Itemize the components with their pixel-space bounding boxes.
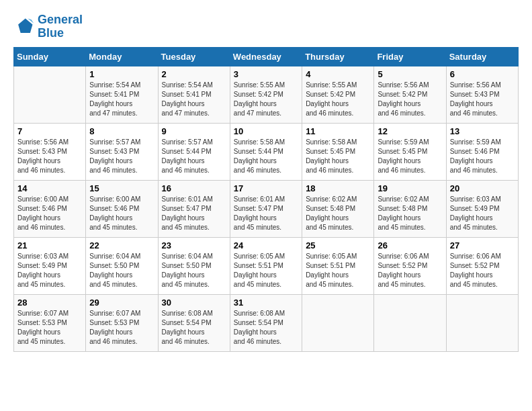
day-info: Sunrise: 6:06 AM Sunset: 5:52 PM Dayligh…: [378, 252, 442, 289]
day-info: Sunrise: 5:56 AM Sunset: 5:43 PM Dayligh…: [450, 81, 515, 118]
day-info: Sunrise: 5:56 AM Sunset: 5:42 PM Dayligh…: [378, 81, 442, 118]
day-info: Sunrise: 5:57 AM Sunset: 5:44 PM Dayligh…: [162, 138, 226, 175]
col-thursday: Thursday: [302, 47, 374, 66]
calendar-table: Sunday Monday Tuesday Wednesday Thursday…: [13, 47, 519, 352]
day-info: Sunrise: 6:02 AM Sunset: 5:48 PM Dayligh…: [306, 195, 370, 232]
day-info: Sunrise: 6:04 AM Sunset: 5:50 PM Dayligh…: [162, 252, 226, 289]
logo-icon: [13, 16, 35, 38]
calendar-cell: 25 Sunrise: 6:05 AM Sunset: 5:51 PM Dayl…: [302, 237, 374, 294]
calendar-cell: 8 Sunrise: 5:57 AM Sunset: 5:43 PM Dayli…: [86, 123, 158, 180]
calendar-cell: 16 Sunrise: 6:01 AM Sunset: 5:47 PM Dayl…: [158, 180, 230, 237]
day-info: Sunrise: 5:59 AM Sunset: 5:45 PM Dayligh…: [378, 138, 442, 175]
day-number: 17: [234, 183, 298, 193]
day-info: Sunrise: 5:57 AM Sunset: 5:43 PM Dayligh…: [89, 138, 154, 175]
calendar-cell: 17 Sunrise: 6:01 AM Sunset: 5:47 PM Dayl…: [230, 180, 302, 237]
day-number: 4: [306, 69, 370, 79]
calendar-cell: 11 Sunrise: 5:58 AM Sunset: 5:45 PM Dayl…: [302, 123, 374, 180]
calendar-cell: 26 Sunrise: 6:06 AM Sunset: 5:52 PM Dayl…: [374, 237, 446, 294]
calendar-cell: 15 Sunrise: 6:00 AM Sunset: 5:46 PM Dayl…: [86, 180, 158, 237]
calendar-cell: 4 Sunrise: 5:55 AM Sunset: 5:42 PM Dayli…: [302, 66, 374, 123]
day-number: 9: [162, 126, 226, 136]
day-info: Sunrise: 6:02 AM Sunset: 5:48 PM Dayligh…: [378, 195, 442, 232]
calendar-cell: 9 Sunrise: 5:57 AM Sunset: 5:44 PM Dayli…: [158, 123, 230, 180]
day-info: Sunrise: 5:55 AM Sunset: 5:42 PM Dayligh…: [306, 81, 370, 118]
calendar-cell: [14, 66, 86, 123]
calendar-cell: [374, 294, 446, 351]
day-info: Sunrise: 6:07 AM Sunset: 5:53 PM Dayligh…: [89, 309, 154, 347]
day-info: Sunrise: 6:01 AM Sunset: 5:47 PM Dayligh…: [234, 195, 298, 232]
calendar-week-row: 7 Sunrise: 5:56 AM Sunset: 5:43 PM Dayli…: [14, 123, 519, 180]
day-info: Sunrise: 6:04 AM Sunset: 5:50 PM Dayligh…: [89, 252, 154, 289]
calendar-cell: 21 Sunrise: 6:03 AM Sunset: 5:49 PM Dayl…: [14, 237, 86, 294]
calendar-cell: 18 Sunrise: 6:02 AM Sunset: 5:48 PM Dayl…: [302, 180, 374, 237]
day-number: 30: [162, 298, 226, 308]
day-info: Sunrise: 6:00 AM Sunset: 5:46 PM Dayligh…: [17, 195, 82, 232]
calendar-cell: [446, 294, 518, 351]
day-info: Sunrise: 6:07 AM Sunset: 5:53 PM Dayligh…: [17, 309, 82, 347]
day-number: 6: [450, 69, 515, 79]
calendar-cell: 5 Sunrise: 5:56 AM Sunset: 5:42 PM Dayli…: [374, 66, 446, 123]
day-number: 22: [89, 240, 154, 250]
day-info: Sunrise: 6:05 AM Sunset: 5:51 PM Dayligh…: [306, 252, 370, 289]
col-friday: Friday: [374, 47, 446, 66]
col-sunday: Sunday: [14, 47, 86, 66]
day-info: Sunrise: 6:05 AM Sunset: 5:51 PM Dayligh…: [234, 252, 298, 289]
day-number: 5: [378, 69, 442, 79]
calendar-cell: 7 Sunrise: 5:56 AM Sunset: 5:43 PM Dayli…: [14, 123, 86, 180]
day-info: Sunrise: 5:56 AM Sunset: 5:43 PM Dayligh…: [17, 138, 82, 175]
day-number: 31: [234, 298, 298, 308]
day-number: 28: [17, 298, 82, 308]
calendar-cell: 22 Sunrise: 6:04 AM Sunset: 5:50 PM Dayl…: [86, 237, 158, 294]
day-number: 27: [450, 240, 515, 250]
calendar-week-row: 14 Sunrise: 6:00 AM Sunset: 5:46 PM Dayl…: [14, 180, 519, 237]
calendar-cell: 23 Sunrise: 6:04 AM Sunset: 5:50 PM Dayl…: [158, 237, 230, 294]
day-info: Sunrise: 5:59 AM Sunset: 5:46 PM Dayligh…: [450, 138, 515, 175]
calendar-cell: [302, 294, 374, 351]
day-number: 26: [378, 240, 442, 250]
calendar-cell: 2 Sunrise: 5:54 AM Sunset: 5:41 PM Dayli…: [158, 66, 230, 123]
calendar-cell: 28 Sunrise: 6:07 AM Sunset: 5:53 PM Dayl…: [14, 294, 86, 351]
calendar-cell: 24 Sunrise: 6:05 AM Sunset: 5:51 PM Dayl…: [230, 237, 302, 294]
calendar-cell: 19 Sunrise: 6:02 AM Sunset: 5:48 PM Dayl…: [374, 180, 446, 237]
col-saturday: Saturday: [446, 47, 518, 66]
page-header: General Blue: [13, 13, 519, 40]
day-info: Sunrise: 6:03 AM Sunset: 5:49 PM Dayligh…: [450, 195, 515, 232]
svg-marker-0: [18, 18, 32, 32]
calendar-cell: 12 Sunrise: 5:59 AM Sunset: 5:45 PM Dayl…: [374, 123, 446, 180]
day-info: Sunrise: 6:00 AM Sunset: 5:46 PM Dayligh…: [89, 195, 154, 232]
day-info: Sunrise: 5:54 AM Sunset: 5:41 PM Dayligh…: [89, 81, 154, 118]
day-info: Sunrise: 5:54 AM Sunset: 5:41 PM Dayligh…: [162, 81, 226, 118]
day-number: 10: [234, 126, 298, 136]
calendar-week-row: 28 Sunrise: 6:07 AM Sunset: 5:53 PM Dayl…: [14, 294, 519, 351]
day-info: Sunrise: 6:03 AM Sunset: 5:49 PM Dayligh…: [17, 252, 82, 289]
calendar-cell: 13 Sunrise: 5:59 AM Sunset: 5:46 PM Dayl…: [446, 123, 518, 180]
col-tuesday: Tuesday: [158, 47, 230, 66]
day-info: Sunrise: 5:58 AM Sunset: 5:44 PM Dayligh…: [234, 138, 298, 175]
col-wednesday: Wednesday: [230, 47, 302, 66]
calendar-cell: 6 Sunrise: 5:56 AM Sunset: 5:43 PM Dayli…: [446, 66, 518, 123]
calendar-cell: 30 Sunrise: 6:08 AM Sunset: 5:54 PM Dayl…: [158, 294, 230, 351]
day-number: 2: [162, 69, 226, 79]
day-number: 25: [306, 240, 370, 250]
day-number: 15: [89, 183, 154, 193]
day-number: 1: [89, 69, 154, 79]
calendar-cell: 31 Sunrise: 6:08 AM Sunset: 5:54 PM Dayl…: [230, 294, 302, 351]
day-number: 13: [450, 126, 515, 136]
col-monday: Monday: [86, 47, 158, 66]
day-info: Sunrise: 5:58 AM Sunset: 5:45 PM Dayligh…: [306, 138, 370, 175]
calendar-cell: 1 Sunrise: 5:54 AM Sunset: 5:41 PM Dayli…: [86, 66, 158, 123]
day-info: Sunrise: 6:08 AM Sunset: 5:54 PM Dayligh…: [234, 309, 298, 347]
logo: General Blue: [13, 13, 83, 40]
day-number: 23: [162, 240, 226, 250]
day-number: 11: [306, 126, 370, 136]
day-number: 7: [17, 126, 82, 136]
day-number: 12: [378, 126, 442, 136]
day-info: Sunrise: 6:01 AM Sunset: 5:47 PM Dayligh…: [162, 195, 226, 232]
day-number: 8: [89, 126, 154, 136]
calendar-cell: 29 Sunrise: 6:07 AM Sunset: 5:53 PM Dayl…: [86, 294, 158, 351]
day-info: Sunrise: 6:06 AM Sunset: 5:52 PM Dayligh…: [450, 252, 515, 289]
day-number: 18: [306, 183, 370, 193]
day-number: 29: [89, 298, 154, 308]
day-number: 14: [17, 183, 82, 193]
calendar-cell: 27 Sunrise: 6:06 AM Sunset: 5:52 PM Dayl…: [446, 237, 518, 294]
